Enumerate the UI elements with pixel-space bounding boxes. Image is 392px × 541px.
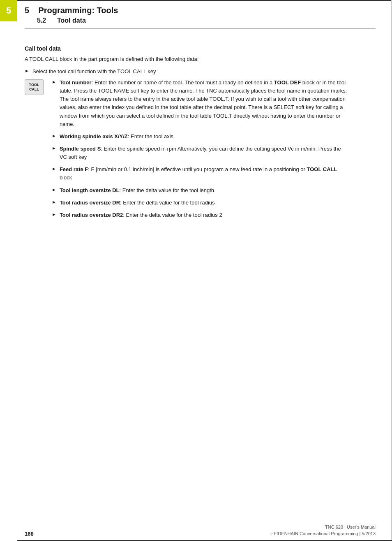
tool-call-key-icon: TOOL CALL xyxy=(25,79,44,95)
chapter-number: 5 xyxy=(6,5,11,16)
intro-text: A TOOL CALL block in the part program is… xyxy=(25,55,362,63)
arrow-tool-length: ► xyxy=(52,187,56,192)
nested-bullet-tool-radius-dr: ► Tool radius oversize DR: Enter the del… xyxy=(52,199,348,207)
bullet-arrow-select: ► xyxy=(25,68,29,73)
section-title: 5.2 Tool data xyxy=(37,17,376,24)
label-tool-radius-dr2: Tool radius oversize DR2 xyxy=(60,212,123,218)
inline-bold-toolcall: TOOL CALL xyxy=(307,166,337,172)
text-spindle-axis: Working spindle axis X/Y/Z: Enter the to… xyxy=(60,132,173,141)
chapter-sidebar: 5 xyxy=(0,0,17,541)
chapter-title: 5 Programming: Tools xyxy=(25,6,376,15)
tool-call-section: TOOL CALL ► Tool number: Enter the numbe… xyxy=(25,79,376,223)
top-border xyxy=(17,0,392,1)
arrow-spindle-axis: ► xyxy=(52,133,56,138)
arrow-feed-rate: ► xyxy=(52,166,56,171)
main-content: 5 Programming: Tools 5.2 Tool data Call … xyxy=(25,0,376,223)
label-tool-radius-dr: Tool radius oversize DR xyxy=(60,200,120,206)
footer-line1: TNC 620 | User's Manual xyxy=(270,524,376,530)
text-tool-radius-dr2: Tool radius oversize DR2: Enter the delt… xyxy=(60,211,222,219)
page-container: 5 5 Programming: Tools 5.2 Tool data Cal… xyxy=(0,0,392,541)
arrow-tool-radius-dr2: ► xyxy=(52,212,56,217)
nested-bullet-tool-radius-dr2: ► Tool radius oversize DR2: Enter the de… xyxy=(52,211,348,219)
inline-bold-tooldef: TOOL DEF xyxy=(274,79,301,86)
nested-bullet-spindle-axis: ► Working spindle axis X/Y/Z: Enter the … xyxy=(52,132,348,141)
text-spindle-speed: Spindle speed S: Enter the spindle speed… xyxy=(60,145,348,161)
text-tool-radius-dr: Tool radius oversize DR: Enter the delta… xyxy=(60,199,215,207)
arrow-tool-number: ► xyxy=(52,79,56,84)
label-feed-rate: Feed rate F xyxy=(60,166,88,172)
footer-info: TNC 620 | User's Manual HEIDENHAIN Conve… xyxy=(270,524,376,537)
select-instruction-item: ► Select the tool call function with the… xyxy=(25,67,362,76)
label-spindle-axis: Working spindle axis X/Y/Z xyxy=(60,133,128,139)
nested-bullet-tool-length: ► Tool length oversize DL: Enter the del… xyxy=(52,186,348,195)
arrow-tool-radius-dr: ► xyxy=(52,200,56,204)
label-spindle-speed: Spindle speed S xyxy=(60,146,101,152)
nested-bullets: ► Tool number: Enter the number or name … xyxy=(52,79,376,223)
nested-bullet-spindle-speed: ► Spindle speed S: Enter the spindle spe… xyxy=(52,145,348,161)
chapter-header: 5 Programming: Tools 5.2 Tool data xyxy=(25,6,376,24)
text-tool-number: Tool number: Enter the number or name of… xyxy=(60,79,348,128)
footer-line2: HEIDENHAIN Conversational Programming | … xyxy=(270,531,376,537)
text-feed-rate: Feed rate F: F [mm/min or 0.1 inch/min] … xyxy=(60,165,348,182)
nested-bullet-tool-number: ► Tool number: Enter the number or name … xyxy=(52,79,348,128)
arrow-spindle-speed: ► xyxy=(52,146,56,151)
section-heading: Call tool data xyxy=(25,45,376,52)
nested-bullet-feed-rate: ► Feed rate F: F [mm/min or 0.1 inch/min… xyxy=(52,165,348,182)
page-footer: 168 TNC 620 | User's Manual HEIDENHAIN C… xyxy=(25,524,376,537)
header-rule xyxy=(25,28,376,29)
text-tool-length: Tool length oversize DL: Enter the delta… xyxy=(60,186,214,195)
page-number: 168 xyxy=(25,531,34,537)
label-tool-length: Tool length oversize DL xyxy=(60,187,120,193)
select-instruction-text: Select the tool call function with the T… xyxy=(32,67,156,76)
chapter-number-block: 5 xyxy=(0,0,17,21)
label-tool-number: Tool number xyxy=(60,79,92,86)
